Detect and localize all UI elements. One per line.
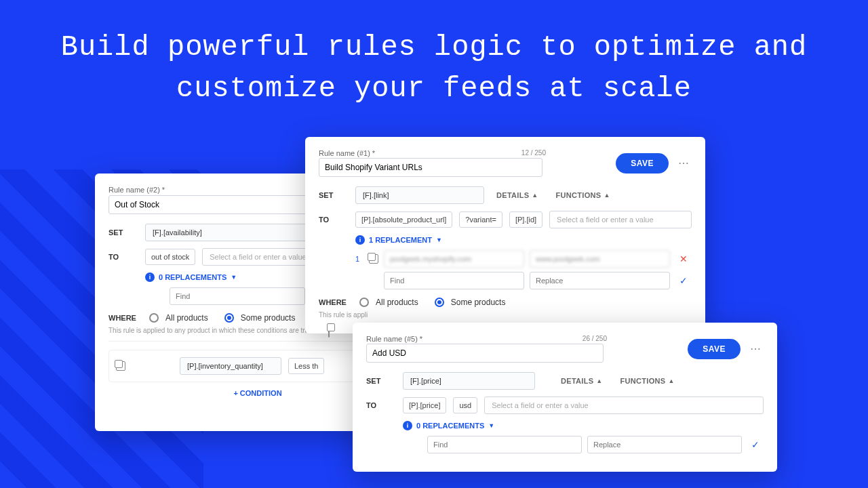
chevron-down-icon: ▼ [231, 274, 237, 281]
radio-some-label[interactable]: Some products [241, 313, 296, 323]
set-label: SET [319, 191, 349, 199]
replacements-toggle[interactable]: i 1 REPLACEMENT ▼ [355, 235, 692, 245]
chevron-up-icon: ▲ [668, 378, 674, 384]
rule-name-input[interactable] [319, 158, 542, 177]
info-icon: i [145, 272, 155, 282]
chevron-up-icon: ▲ [532, 192, 538, 199]
functions-button[interactable]: FUNCTIONS ▲ [551, 188, 616, 202]
to-placeholder-input[interactable]: Select a field or enter a value [549, 211, 692, 228]
radio-some-products[interactable] [224, 313, 234, 323]
delete-icon[interactable]: ✕ [675, 252, 692, 266]
set-label: SET [366, 377, 396, 385]
confirm-icon[interactable]: ✓ [747, 438, 764, 451]
chevron-up-icon: ▲ [596, 378, 602, 384]
info-icon: i [403, 421, 412, 430]
replacements-toggle[interactable]: i 0 REPLACEMENTS ▼ [403, 421, 764, 430]
more-menu-icon[interactable]: ⋯ [675, 154, 692, 172]
info-icon: i [355, 235, 365, 245]
to-label: TO [319, 216, 349, 224]
details-button[interactable]: DETAILS ▲ [555, 374, 608, 388]
rule-name-input[interactable] [366, 344, 604, 363]
radio-some-products[interactable] [435, 298, 444, 307]
to-chip[interactable]: ?variant= [459, 211, 502, 228]
find-input[interactable] [427, 436, 582, 453]
to-label: TO [366, 401, 396, 409]
confirm-icon[interactable]: ✓ [675, 274, 692, 287]
radio-all-products[interactable] [149, 313, 159, 323]
save-button[interactable]: SAVE [616, 153, 669, 174]
set-field[interactable]: [F].[link] [355, 186, 484, 204]
replace-input[interactable] [530, 272, 670, 289]
radio-some-label[interactable]: Some products [451, 298, 506, 307]
where-label: WHERE [108, 314, 145, 322]
more-menu-icon[interactable]: ⋯ [747, 340, 764, 358]
find-value[interactable]: poolgeek.myshopify.com [384, 250, 524, 268]
chevron-up-icon: ▲ [604, 192, 610, 199]
rule-card-5: Rule name (#5) * 26 / 250 SAVE ⋯ SET [F]… [353, 323, 777, 472]
to-chip[interactable]: [P].[id] [509, 211, 542, 228]
chevron-down-icon: ▼ [436, 237, 442, 243]
copy-icon[interactable] [116, 361, 125, 371]
to-chip[interactable]: usd [453, 397, 477, 413]
find-input[interactable] [170, 287, 305, 305]
replace-value[interactable]: www.poolgeek.com [530, 250, 670, 268]
condition-field[interactable]: [P].[inventory_quantity] [180, 357, 281, 375]
replace-input[interactable] [587, 436, 742, 453]
radio-all-products[interactable] [359, 298, 369, 307]
radio-all-label[interactable]: All products [376, 298, 418, 307]
copy-icon[interactable] [369, 254, 378, 264]
functions-button[interactable]: FUNCTIONS ▲ [615, 374, 680, 388]
to-placeholder-input[interactable]: Select a field or enter a value [484, 396, 764, 414]
set-label: SET [108, 228, 138, 237]
condition-operator[interactable]: Less th [288, 358, 324, 374]
where-hint: This rule is appli [319, 311, 692, 319]
headline: Build powerful rules logic to optimize a… [0, 0, 868, 123]
where-label: WHERE [319, 298, 355, 306]
save-button[interactable]: SAVE [688, 339, 741, 359]
copy-icon[interactable] [328, 325, 330, 338]
to-chip[interactable]: [P].[price] [403, 397, 446, 413]
radio-all-label[interactable]: All products [165, 313, 208, 323]
details-button[interactable]: DETAILS ▲ [491, 188, 544, 202]
set-field[interactable]: [F].[price] [403, 372, 535, 390]
chevron-down-icon: ▼ [488, 422, 494, 429]
rule-card-1: Rule name (#1) * 12 / 250 SAVE ⋯ SET [F]… [305, 137, 705, 333]
replacement-index: 1 [355, 255, 363, 263]
to-chip[interactable]: [P].[absolute_product_url] [355, 211, 452, 228]
find-input[interactable] [384, 272, 524, 289]
to-label: TO [108, 253, 138, 261]
to-value-chip[interactable]: out of stock [145, 249, 195, 265]
